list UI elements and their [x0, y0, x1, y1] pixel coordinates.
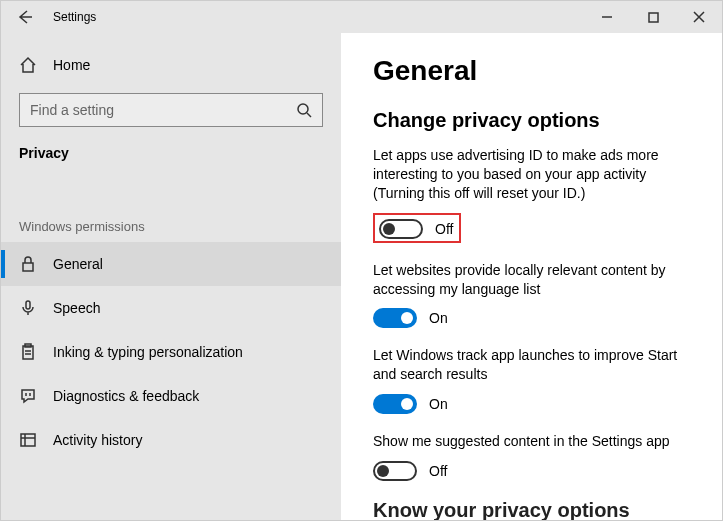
sidebar-item-label: Inking & typing personalization [53, 344, 243, 360]
svg-rect-3 [26, 301, 30, 309]
highlight-box: Off [373, 213, 461, 243]
category-label: Privacy [1, 145, 341, 161]
sidebar-item-speech[interactable]: Speech [1, 286, 341, 330]
cut-off-section-title: Know your privacy options [373, 499, 698, 520]
window-title: Settings [53, 10, 96, 24]
back-button[interactable] [1, 1, 49, 33]
toggle-state-1: On [429, 310, 448, 326]
setting-desc-1: Let websites provide locally relevant co… [373, 261, 698, 299]
toggle-app-launches[interactable] [373, 394, 417, 414]
sidebar-item-activity[interactable]: Activity history [1, 418, 341, 462]
history-icon [19, 431, 37, 449]
svg-rect-2 [23, 263, 33, 271]
sidebar: Home Privacy Windows permissions General… [1, 33, 341, 520]
maximize-icon [648, 12, 659, 23]
maximize-button[interactable] [630, 1, 676, 33]
toggle-suggested-content[interactable] [373, 461, 417, 481]
back-arrow-icon [17, 9, 33, 25]
search-icon [296, 102, 312, 118]
sidebar-item-inking[interactable]: Inking & typing personalization [1, 330, 341, 374]
clipboard-icon [19, 343, 37, 361]
svg-rect-0 [649, 13, 658, 22]
home-label: Home [53, 57, 90, 73]
home-nav[interactable]: Home [1, 47, 341, 83]
toggle-state-2: On [429, 396, 448, 412]
search-input[interactable] [30, 102, 296, 118]
setting-row-1: On [373, 308, 698, 328]
search-box[interactable] [19, 93, 323, 127]
window-controls [584, 1, 722, 33]
sidebar-item-label: General [53, 256, 103, 272]
setting-row-3: Off [373, 461, 698, 481]
sidebar-item-label: Speech [53, 300, 100, 316]
sidebar-item-label: Activity history [53, 432, 142, 448]
close-button[interactable] [676, 1, 722, 33]
setting-desc-0: Let apps use advertising ID to make ads … [373, 146, 698, 203]
setting-desc-3: Show me suggested content in the Setting… [373, 432, 698, 451]
mic-icon [19, 299, 37, 317]
svg-rect-4 [23, 346, 33, 359]
sidebar-item-diagnostics[interactable]: Diagnostics & feedback [1, 374, 341, 418]
content-area: Home Privacy Windows permissions General… [1, 33, 722, 520]
sidebar-item-general[interactable]: General [1, 242, 341, 286]
minimize-button[interactable] [584, 1, 630, 33]
toggle-language-list[interactable] [373, 308, 417, 328]
minimize-icon [601, 11, 613, 23]
titlebar: Settings [1, 1, 722, 33]
section-title: Change privacy options [373, 109, 698, 132]
toggle-advertising-id[interactable] [379, 219, 423, 239]
group-label: Windows permissions [1, 219, 341, 234]
setting-row-0: Off [373, 213, 698, 243]
setting-desc-2: Let Windows track app launches to improv… [373, 346, 698, 384]
main-panel: General Change privacy options Let apps … [341, 33, 722, 520]
setting-row-2: On [373, 394, 698, 414]
close-icon [693, 11, 705, 23]
home-icon [19, 56, 37, 74]
svg-point-1 [298, 104, 308, 114]
feedback-icon [19, 387, 37, 405]
sidebar-item-label: Diagnostics & feedback [53, 388, 199, 404]
toggle-state-0: Off [435, 221, 453, 237]
lock-icon [19, 255, 37, 273]
svg-rect-6 [21, 434, 35, 446]
page-title: General [373, 55, 698, 87]
toggle-state-3: Off [429, 463, 447, 479]
